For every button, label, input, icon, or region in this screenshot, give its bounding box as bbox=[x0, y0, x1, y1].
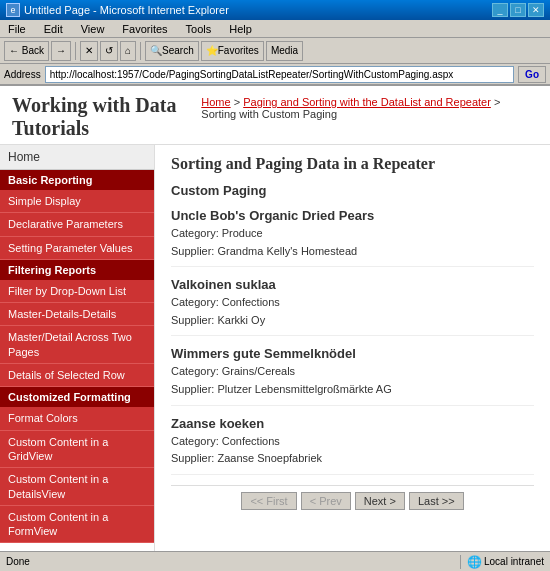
product-supplier-2: Supplier: Plutzer Lebensmittelgroßmärkte… bbox=[171, 381, 534, 399]
product-name-3: Zaanse koeken bbox=[171, 416, 534, 431]
sidebar-item-filter-dropdown[interactable]: Filter by Drop-Down List bbox=[0, 280, 154, 303]
media-button[interactable]: Media bbox=[266, 41, 303, 61]
pagination: << First < Prev Next > Last >> bbox=[171, 485, 534, 510]
product-supplier-0: Supplier: Grandma Kelly's Homestead bbox=[171, 243, 534, 261]
toolbar: ← Back → ✕ ↺ ⌂ 🔍 Search ⭐ Favorites Medi… bbox=[0, 38, 550, 64]
menu-help[interactable]: Help bbox=[225, 23, 256, 35]
window-controls[interactable]: _ □ ✕ bbox=[492, 3, 544, 17]
toolbar-separator-1 bbox=[75, 42, 76, 60]
main-content: Sorting and Paging Data in a Repeater Cu… bbox=[155, 145, 550, 551]
product-block-2: Wimmers gute Semmelknödel Category: Grai… bbox=[171, 346, 534, 405]
sidebar-section-customized-formatting[interactable]: Customized Formatting bbox=[0, 387, 154, 407]
favorites-button[interactable]: ⭐ Favorites bbox=[201, 41, 264, 61]
search-button[interactable]: 🔍 Search bbox=[145, 41, 199, 61]
go-button[interactable]: Go bbox=[518, 66, 546, 83]
stop-button[interactable]: ✕ bbox=[80, 41, 98, 61]
page-title: Working with Data Tutorials bbox=[12, 94, 201, 140]
product-category-2: Category: Grains/Cereals bbox=[171, 363, 534, 381]
menu-file[interactable]: File bbox=[4, 23, 30, 35]
product-name-1: Valkoinen suklaa bbox=[171, 277, 534, 292]
next-page-button[interactable]: Next > bbox=[355, 492, 405, 510]
refresh-button[interactable]: ↺ bbox=[100, 41, 118, 61]
ie-icon: e bbox=[6, 3, 20, 17]
breadcrumb-current: Sorting with Custom Paging bbox=[201, 108, 337, 120]
sidebar-item-simple-display[interactable]: Simple Display bbox=[0, 190, 154, 213]
sidebar-item-details-selected-row[interactable]: Details of Selected Row bbox=[0, 364, 154, 387]
address-label: Address bbox=[4, 69, 41, 80]
breadcrumb-section[interactable]: Paging and Sorting with the DataList and… bbox=[243, 96, 491, 108]
content-area: Home Basic Reporting Simple Display Decl… bbox=[0, 145, 550, 551]
product-supplier-1: Supplier: Karkki Oy bbox=[171, 312, 534, 330]
breadcrumb: Home > Paging and Sorting with the DataL… bbox=[201, 94, 538, 122]
sidebar-item-master-detail-two-pages[interactable]: Master/Detail Across Two Pages bbox=[0, 326, 154, 364]
menu-edit[interactable]: Edit bbox=[40, 23, 67, 35]
menu-tools[interactable]: Tools bbox=[182, 23, 216, 35]
product-category-1: Category: Confections bbox=[171, 294, 534, 312]
status-zone-label: Local intranet bbox=[484, 556, 544, 567]
sidebar-item-format-colors[interactable]: Format Colors bbox=[0, 407, 154, 430]
sidebar-item-master-details[interactable]: Master-Details-Details bbox=[0, 303, 154, 326]
back-button[interactable]: ← Back bbox=[4, 41, 49, 61]
close-button[interactable]: ✕ bbox=[528, 3, 544, 17]
status-right: 🌐 Local intranet bbox=[460, 555, 544, 569]
first-page-button[interactable]: << First bbox=[241, 492, 296, 510]
product-block-0: Uncle Bob's Organic Dried Pears Category… bbox=[171, 208, 534, 267]
home-button[interactable]: ⌂ bbox=[120, 41, 136, 61]
menu-bar: File Edit View Favorites Tools Help bbox=[0, 20, 550, 38]
product-category-0: Category: Produce bbox=[171, 225, 534, 243]
window-title: Untitled Page - Microsoft Internet Explo… bbox=[24, 4, 229, 16]
product-supplier-3: Supplier: Zaanse Snoepfabriek bbox=[171, 450, 534, 468]
sidebar-item-custom-content-detailsview[interactable]: Custom Content in a DetailsView bbox=[0, 468, 154, 506]
breadcrumb-home[interactable]: Home bbox=[201, 96, 230, 108]
content-title: Sorting and Paging Data in a Repeater bbox=[171, 155, 534, 173]
product-block-3: Zaanse koeken Category: Confections Supp… bbox=[171, 416, 534, 475]
minimize-button[interactable]: _ bbox=[492, 3, 508, 17]
zone-icon: 🌐 bbox=[467, 555, 482, 569]
toolbar-separator-2 bbox=[140, 42, 141, 60]
sidebar: Home Basic Reporting Simple Display Decl… bbox=[0, 145, 155, 551]
forward-button[interactable]: → bbox=[51, 41, 71, 61]
product-category-3: Category: Confections bbox=[171, 433, 534, 451]
sidebar-home[interactable]: Home bbox=[0, 145, 154, 170]
maximize-button[interactable]: □ bbox=[510, 3, 526, 17]
status-done: Done bbox=[6, 556, 30, 567]
prev-page-button[interactable]: < Prev bbox=[301, 492, 351, 510]
sidebar-item-declarative-parameters[interactable]: Declarative Parameters bbox=[0, 213, 154, 236]
status-zone: 🌐 Local intranet bbox=[460, 555, 544, 569]
menu-view[interactable]: View bbox=[77, 23, 109, 35]
sidebar-item-setting-parameter-values[interactable]: Setting Parameter Values bbox=[0, 237, 154, 260]
sidebar-section-filtering-reports[interactable]: Filtering Reports bbox=[0, 260, 154, 280]
sidebar-item-custom-content-formview[interactable]: Custom Content in a FormView bbox=[0, 506, 154, 544]
product-block-1: Valkoinen suklaa Category: Confections S… bbox=[171, 277, 534, 336]
address-bar: Address Go bbox=[0, 64, 550, 86]
sidebar-item-custom-content-gridview[interactable]: Custom Content in a GridView bbox=[0, 431, 154, 469]
last-page-button[interactable]: Last >> bbox=[409, 492, 464, 510]
sidebar-section-basic-reporting[interactable]: Basic Reporting bbox=[0, 170, 154, 190]
address-input[interactable] bbox=[45, 66, 514, 83]
menu-favorites[interactable]: Favorites bbox=[118, 23, 171, 35]
product-name-2: Wimmers gute Semmelknödel bbox=[171, 346, 534, 361]
page-wrapper: Working with Data Tutorials Home > Pagin… bbox=[0, 86, 550, 551]
product-name-0: Uncle Bob's Organic Dried Pears bbox=[171, 208, 534, 223]
title-bar: e Untitled Page - Microsoft Internet Exp… bbox=[0, 0, 550, 20]
page-header: Working with Data Tutorials Home > Pagin… bbox=[0, 86, 550, 145]
status-bar: Done 🌐 Local intranet bbox=[0, 551, 550, 571]
custom-paging-label: Custom Paging bbox=[171, 183, 534, 198]
